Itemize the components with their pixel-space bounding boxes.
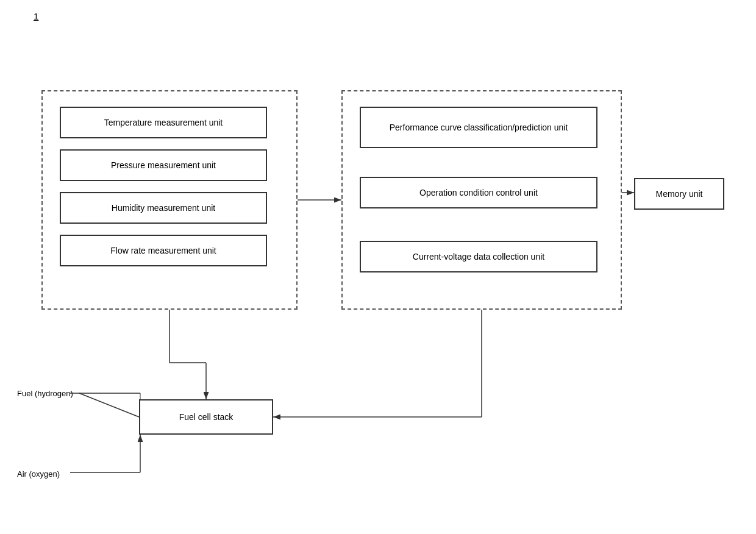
humidity-measurement-unit: Humidity measurement unit (60, 192, 267, 224)
operation-condition-unit: Operation condition control unit (360, 177, 597, 208)
fuel-label: Fuel (hydrogen) (17, 389, 73, 398)
svg-line-9 (79, 393, 139, 417)
flowrate-measurement-unit: Flow rate measurement unit (60, 235, 267, 266)
cv-data-collection-unit: Current-voltage data collection unit (360, 241, 597, 272)
fuel-cell-stack: Fuel cell stack (139, 399, 273, 435)
memory-unit: Memory unit (634, 178, 724, 210)
page-number: 1 (34, 11, 38, 21)
pressure-measurement-unit: Pressure measurement unit (60, 149, 267, 181)
air-label: Air (oxygen) (17, 469, 60, 479)
temperature-measurement-unit: Temperature measurement unit (60, 107, 267, 138)
performance-curve-unit: Performance curve classification/predict… (360, 107, 597, 148)
